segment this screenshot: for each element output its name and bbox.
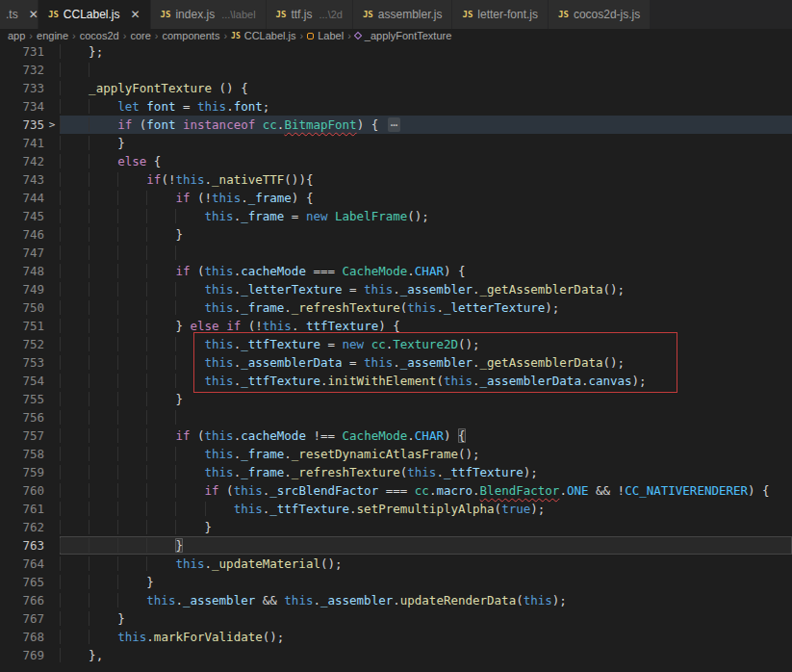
line-number[interactable]: 731 — [0, 42, 44, 61]
line-number[interactable]: 745 — [0, 207, 44, 225]
code-line-732: 732 — [0, 61, 792, 79]
code-text[interactable]: this._updateMaterial(); — [60, 555, 792, 573]
code-text[interactable]: this._frame._refreshTexture(this._letter… — [60, 298, 792, 317]
breadcrumb-item-applyfonttexture[interactable]: _applyFontTexture — [355, 30, 452, 41]
line-number[interactable]: 768 — [0, 628, 44, 646]
line-number[interactable]: 752 — [0, 335, 44, 353]
code-text[interactable]: this._frame._resetDynamicAtlasFrame(); — [60, 445, 792, 463]
breadcrumb-item-components[interactable]: components — [162, 30, 219, 41]
code-text[interactable]: this._frame._refreshTexture(this._ttfTex… — [60, 463, 792, 481]
code-text[interactable]: } — [60, 134, 792, 152]
code-text[interactable]: this._ttfTexture.initWithElement(this._a… — [60, 372, 792, 390]
line-number[interactable]: 750 — [0, 298, 44, 317]
code-text[interactable]: } — [60, 573, 792, 591]
code-line-746: 746 } — [0, 225, 792, 244]
breadcrumb-item-engine[interactable]: engine — [37, 30, 68, 41]
fold-gutter — [44, 408, 60, 426]
line-number[interactable]: 747 — [0, 244, 44, 262]
code-text[interactable]: if (this.cacheMode === CacheMode.CHAR) { — [60, 262, 792, 280]
tab-cocos2d-js-js[interactable]: JScocos2d-js.js — [549, 0, 651, 29]
line-number[interactable]: 762 — [0, 518, 44, 536]
line-number[interactable]: 764 — [0, 555, 44, 573]
breadcrumb-item-core[interactable]: core — [130, 30, 150, 41]
code-text[interactable]: } — [60, 225, 792, 244]
code-text[interactable]: _applyFontTexture () { — [60, 79, 792, 97]
line-number[interactable]: 749 — [0, 280, 44, 298]
tab-cclabel-js[interactable]: JSCCLabel.js✕ — [38, 0, 151, 29]
code-text[interactable] — [60, 244, 792, 262]
breadcrumb-item-label[interactable]: Label — [307, 30, 344, 41]
line-number[interactable]: 743 — [0, 170, 44, 189]
close-icon[interactable]: ✕ — [131, 9, 141, 20]
line-number[interactable]: 753 — [0, 353, 44, 372]
code-text[interactable]: if(!this._nativeTTF()){ — [60, 170, 792, 189]
line-number[interactable]: 733 — [0, 79, 44, 97]
fold-gutter — [44, 609, 60, 628]
tab-ts[interactable]: .ts✕ — [0, 0, 38, 29]
line-number[interactable]: 751 — [0, 317, 44, 335]
code-text[interactable]: if (!this._frame) { — [60, 189, 792, 207]
line-number[interactable]: 741 — [0, 134, 44, 152]
line-number[interactable]: 769 — [0, 646, 44, 664]
code-text[interactable]: if (font instanceof cc.BitmapFont) { ⋯ — [60, 116, 792, 134]
code-text[interactable]: }; — [60, 42, 792, 61]
breadcrumb-separator: › — [72, 30, 76, 41]
code-line-757: 757 if (this.cacheMode !== CacheMode.CHA… — [0, 426, 792, 445]
code-text[interactable]: this.markForValidate(); — [60, 628, 792, 646]
line-number[interactable]: 760 — [0, 481, 44, 500]
line-number[interactable]: 746 — [0, 225, 44, 244]
tab-assembler-js[interactable]: JSassembler.js — [353, 0, 453, 29]
line-number[interactable]: 755 — [0, 390, 44, 408]
line-number[interactable]: 754 — [0, 372, 44, 390]
line-number[interactable]: 767 — [0, 609, 44, 628]
code-text[interactable]: this._ttfTexture.setPremultiplyAlpha(tru… — [60, 500, 792, 518]
breadcrumb-item-cclabel-js[interactable]: JSCCLabel.js — [231, 30, 295, 41]
code-text[interactable]: else { — [60, 152, 792, 170]
breadcrumb-item-cocos2d[interactable]: cocos2d — [80, 30, 119, 41]
code-line-768: 768 this.markForValidate(); — [0, 628, 792, 646]
code-text[interactable] — [60, 408, 792, 426]
code-text[interactable]: this._assemblerData = this._assembler._g… — [60, 353, 792, 372]
code-text[interactable]: } — [60, 536, 792, 555]
code-text[interactable]: } — [60, 518, 792, 536]
breadcrumb-label: _applyFontTexture — [365, 30, 452, 41]
code-text[interactable]: this._ttfTexture = new cc.Texture2D(); — [60, 335, 792, 353]
line-number[interactable]: 763 — [0, 536, 44, 555]
line-number[interactable]: 758 — [0, 445, 44, 463]
close-icon[interactable]: ✕ — [29, 9, 38, 20]
fold-chevron-icon[interactable]: > — [44, 116, 60, 134]
line-number[interactable]: 766 — [0, 591, 44, 609]
code-line-753: 753 this._assemblerData = this._assemble… — [0, 353, 792, 372]
code-text[interactable]: let font = this.font; — [60, 97, 792, 116]
code-text[interactable]: this._frame = new LabelFrame(); — [60, 207, 792, 225]
line-number[interactable]: 759 — [0, 463, 44, 481]
code-text[interactable]: if (this._srcBlendFactor === cc.macro.Bl… — [60, 481, 792, 500]
code-text[interactable]: } else if (!this._ttfTexture) { — [60, 317, 792, 335]
line-number[interactable]: 757 — [0, 426, 44, 445]
line-number[interactable]: 742 — [0, 152, 44, 170]
line-number[interactable]: 735 — [0, 116, 44, 134]
tab-ttf-js[interactable]: JSttf.js...\2d — [267, 0, 353, 29]
code-line-766: 766 this._assembler && this._assembler.u… — [0, 591, 792, 609]
code-text[interactable]: this._letterTexture = this._assembler._g… — [60, 280, 792, 298]
code-text[interactable]: } — [60, 390, 792, 408]
tab-index-js[interactable]: JSindex.js...\label — [151, 0, 267, 29]
code-line-762: 762 } — [0, 518, 792, 536]
line-number[interactable]: 765 — [0, 573, 44, 591]
line-number[interactable]: 732 — [0, 61, 44, 79]
fold-gutter — [44, 500, 60, 518]
code-text[interactable]: this._assembler && this._assembler.updat… — [60, 591, 792, 609]
code-line-734: 734 let font = this.font; — [0, 97, 792, 116]
line-number[interactable]: 734 — [0, 97, 44, 116]
breadcrumb-item-app[interactable]: app — [8, 30, 25, 41]
code-text[interactable]: } — [60, 609, 792, 628]
line-number[interactable]: 761 — [0, 500, 44, 518]
line-number[interactable]: 744 — [0, 189, 44, 207]
code-text[interactable] — [60, 61, 792, 79]
tab-letter-font-js[interactable]: JSletter-font.js — [452, 0, 549, 29]
code-text[interactable]: if (this.cacheMode !== CacheMode.CHAR) { — [60, 426, 792, 445]
method-symbol-icon — [354, 32, 362, 39]
line-number[interactable]: 756 — [0, 408, 44, 426]
code-text[interactable]: }, — [60, 646, 792, 664]
line-number[interactable]: 748 — [0, 262, 44, 280]
